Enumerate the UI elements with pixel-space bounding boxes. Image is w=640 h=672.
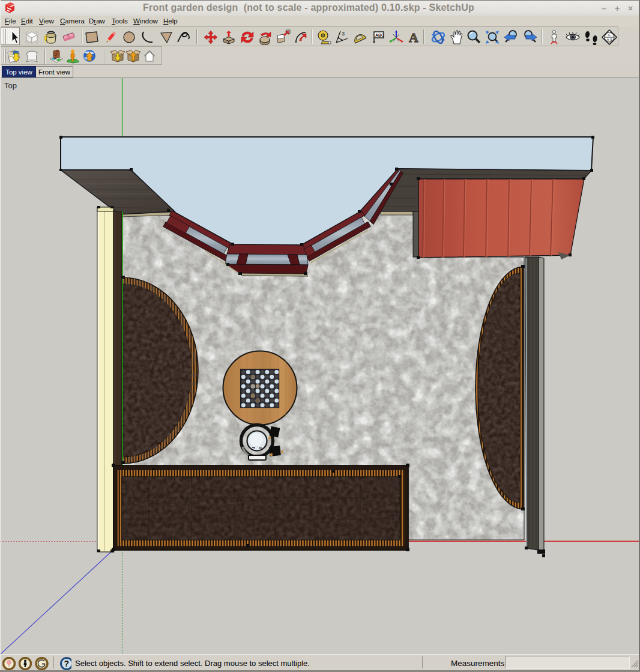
svg-text:A: A bbox=[409, 30, 418, 45]
svg-text:C: C bbox=[608, 33, 611, 37]
svg-text:?: ? bbox=[64, 659, 70, 668]
svg-text:A-5: A-5 bbox=[607, 38, 613, 41]
svg-text:Top: Top bbox=[4, 81, 17, 90]
svg-text:ABC: ABC bbox=[375, 33, 384, 37]
svg-text:3: 3 bbox=[342, 31, 345, 37]
